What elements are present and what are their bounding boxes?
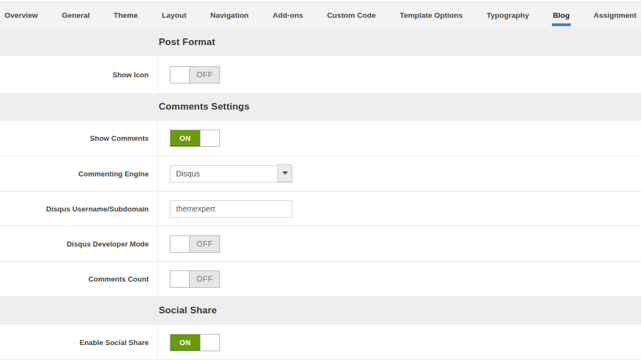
page-bottom-whitespace [0, 360, 641, 363]
field-control: OFF [158, 262, 641, 296]
settings-tab-bar: Overview General Theme Layout Navigation… [0, 2, 641, 28]
toggle-state-label: OFF [190, 67, 219, 83]
tab-add-ons[interactable]: Add-ons [273, 2, 304, 28]
row-enable-social-share: Enable Social Share ON [0, 325, 641, 360]
toggle-knob [170, 271, 190, 287]
field-control: ON [158, 121, 641, 156]
toggle-state-label: ON [170, 130, 200, 146]
field-control [158, 191, 641, 226]
field-label: Disqus Developer Mode [0, 227, 158, 261]
toggle-state-label: OFF [190, 236, 219, 252]
disqus-username-input[interactable] [170, 200, 292, 218]
field-label: Commenting Engine [0, 156, 158, 191]
field-control: Disqus [158, 156, 641, 191]
commenting-engine-select[interactable]: Disqus [170, 165, 292, 183]
row-show-comments: Show Comments ON [0, 121, 641, 156]
row-disqus-username: Disqus Username/Subdomain [0, 191, 641, 226]
comments-count-toggle[interactable]: OFF [170, 270, 220, 288]
tab-general[interactable]: General [62, 2, 90, 28]
toggle-knob [200, 130, 219, 146]
section-title: Social Share [159, 305, 217, 316]
blog-settings-panel: Post Format Show Icon OFF Comments Setti… [0, 28, 641, 363]
toggle-knob [170, 67, 190, 83]
disqus-developer-mode-toggle[interactable]: OFF [170, 235, 220, 253]
field-control: ON [158, 325, 641, 360]
field-label: Comments Count [0, 262, 158, 296]
row-comments-count: Comments Count OFF [0, 261, 641, 296]
section-header-social-share: Social Share [0, 296, 641, 325]
row-show-icon: Show Icon OFF [0, 56, 641, 93]
section-header-post-format: Post Format [0, 28, 641, 56]
row-disqus-developer-mode: Disqus Developer Mode OFF [0, 226, 641, 261]
toggle-knob [200, 335, 219, 351]
section-title: Post Format [159, 37, 215, 48]
enable-social-share-toggle[interactable]: ON [170, 334, 220, 351]
tab-typography[interactable]: Typography [487, 2, 529, 28]
tab-layout[interactable]: Layout [162, 2, 186, 28]
show-icon-toggle[interactable]: OFF [170, 66, 220, 83]
chevron-down-icon [277, 164, 292, 182]
tab-assignment[interactable]: Assignment [594, 2, 637, 28]
toggle-state-label: ON [170, 335, 200, 351]
tab-custom-code[interactable]: Custom Code [327, 2, 376, 28]
field-control: OFF [158, 227, 641, 261]
tab-navigation[interactable]: Navigation [211, 2, 249, 28]
field-label: Enable Social Share [0, 325, 158, 360]
row-commenting-engine: Commenting Engine Disqus [0, 156, 641, 191]
toggle-knob [170, 236, 190, 252]
section-header-comments-settings: Comments Settings [0, 93, 641, 121]
field-label: Show Icon [0, 56, 158, 93]
tab-overview[interactable]: Overview [4, 2, 38, 28]
show-comments-toggle[interactable]: ON [170, 130, 220, 147]
field-label: Disqus Username/Subdomain [0, 191, 158, 226]
field-label: Show Comments [0, 121, 158, 156]
tab-template-options[interactable]: Template Options [400, 2, 463, 28]
select-selected-value: Disqus [176, 169, 200, 178]
toggle-state-label: OFF [190, 271, 219, 287]
tab-blog[interactable]: Blog [553, 2, 570, 28]
tab-theme[interactable]: Theme [114, 2, 138, 28]
field-control: OFF [158, 56, 641, 93]
section-title: Comments Settings [159, 101, 249, 112]
